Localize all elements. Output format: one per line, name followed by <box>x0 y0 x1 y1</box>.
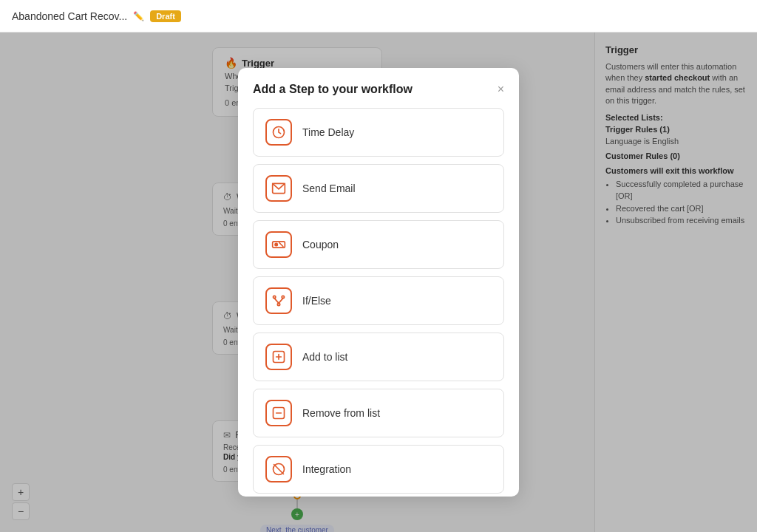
coupon-icon <box>265 231 292 258</box>
option-if-else-label: If/Else <box>302 295 331 307</box>
option-time-delay[interactable]: Time Delay <box>253 108 504 157</box>
svg-line-9 <box>279 299 283 304</box>
option-send-email-label: Send Email <box>302 183 356 194</box>
send-email-icon <box>265 175 292 202</box>
option-remove-from-list-label: Remove from list <box>302 407 380 419</box>
svg-line-4 <box>279 243 283 247</box>
time-delay-icon <box>265 119 292 146</box>
option-coupon-label: Coupon <box>302 239 339 250</box>
option-coupon[interactable]: Coupon <box>253 220 504 269</box>
svg-line-8 <box>274 299 279 304</box>
main-content: 🔥 Trigger When someone Started Checkout … <box>0 33 757 532</box>
add-to-list-icon <box>265 344 292 370</box>
option-integration[interactable]: Integration <box>253 445 504 494</box>
option-add-to-list[interactable]: Add to list <box>253 332 504 381</box>
modal-close-btn[interactable]: × <box>498 83 504 95</box>
option-integration-label: Integration <box>302 463 351 475</box>
workflow-title: Abandoned Cart Recov... <box>12 10 127 22</box>
svg-line-16 <box>274 465 284 474</box>
modal-overlay[interactable]: Add a Step to your workflow × Time Delay <box>0 33 757 532</box>
modal: Add a Step to your workflow × Time Delay <box>238 68 519 497</box>
integration-icon <box>265 456 292 482</box>
if-else-icon <box>265 287 292 314</box>
option-if-else[interactable]: If/Else <box>253 276 504 325</box>
topbar: Abandoned Cart Recov... ✏️ Draft <box>0 0 757 33</box>
option-remove-from-list[interactable]: Remove from list <box>253 389 504 437</box>
svg-point-3 <box>275 243 277 245</box>
modal-title: Add a Step to your workflow <box>253 83 413 96</box>
option-send-email[interactable]: Send Email <box>253 164 504 213</box>
option-time-delay-label: Time Delay <box>302 126 354 138</box>
edit-title-icon[interactable]: ✏️ <box>133 11 144 21</box>
modal-header: Add a Step to your workflow × <box>253 83 504 96</box>
remove-from-list-icon <box>265 400 292 426</box>
option-add-to-list-label: Add to list <box>302 351 347 363</box>
draft-badge: Draft <box>150 10 181 22</box>
